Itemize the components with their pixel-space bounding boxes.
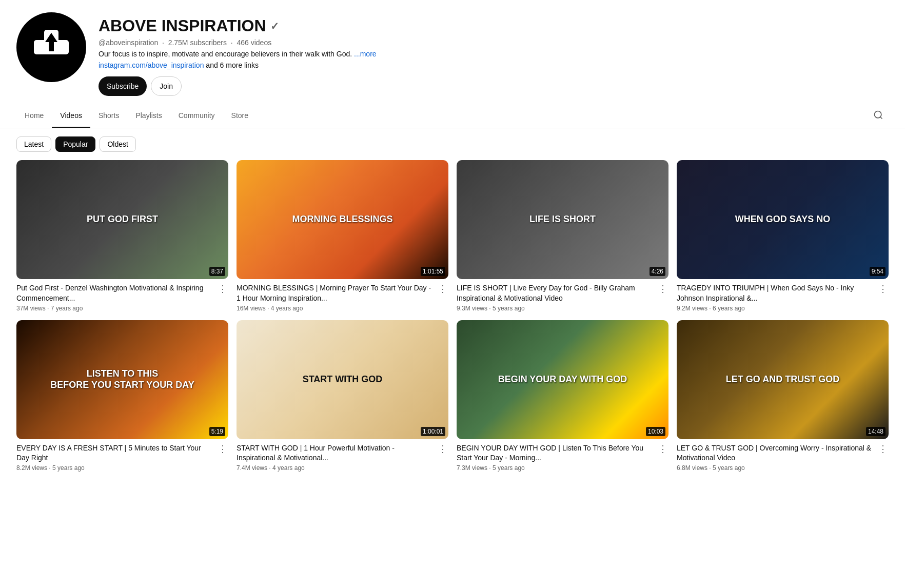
svg-point-6 [875,111,881,117]
svg-line-7 [880,116,882,119]
description-more-link[interactable]: ...more [354,50,377,58]
video-title-5: EVERY DAY IS A FRESH START | 5 Minutes t… [16,443,213,463]
filter-bar: Latest Popular Oldest [0,128,905,160]
video-stats-6: 7.4M views · 4 years ago [237,464,433,472]
video-title-2: MORNING BLESSINGS | Morning Prayer To St… [237,283,433,303]
video-title-4: TRAGEDY INTO TRIUMPH | When God Says No … [677,283,873,303]
nav-videos[interactable]: Videos [52,104,90,128]
video-menu-button-3[interactable]: ⋮ [657,284,668,311]
video-stats-7: 7.3M views · 5 years ago [457,464,653,472]
filter-popular[interactable]: Popular [55,136,95,152]
video-title-8: LET GO & TRUST GOD | Overcoming Worry - … [677,443,873,463]
filter-oldest[interactable]: Oldest [100,136,135,152]
video-info-2: MORNING BLESSINGS | Morning Prayer To St… [237,279,448,311]
video-duration-3: 4:26 [650,267,665,276]
video-card-7[interactable]: BEGIN YOUR DAY WITH GOD 10:03 BEGIN YOUR… [457,320,668,472]
verified-icon: ✓ [270,20,279,32]
join-button[interactable]: Join [151,76,182,96]
nav-store[interactable]: Store [223,104,257,128]
videos-grid: PUT GOD FIRST 8:37 Put God First - Denze… [0,160,905,484]
video-menu-button-5[interactable]: ⋮ [217,444,228,472]
video-stats-5: 8.2M views · 5 years ago [16,464,213,472]
channel-meta: @aboveinspiration · 2.75M subscribers · … [99,38,377,47]
video-stats-8: 6.8M views · 5 years ago [677,464,873,472]
video-card-8[interactable]: LET GO AND TRUST GOD 14:48 LET GO & TRUS… [677,320,889,472]
nav-playlists[interactable]: Playlists [127,104,170,128]
video-stats-4: 9.2M views · 6 years ago [677,305,873,312]
video-thumbnail-2: MORNING BLESSINGS 1:01:55 [237,160,448,279]
video-thumbnail-3: LIFE IS SHORT 4:26 [457,160,668,279]
video-duration-5: 5:19 [209,427,225,436]
video-menu-button-1[interactable]: ⋮ [217,284,228,311]
video-thumbnail-8: LET GO AND TRUST GOD 14:48 [677,320,889,439]
video-stats-2: 16M views · 4 years ago [237,305,433,312]
subscribe-button[interactable]: Subscribe [99,76,147,96]
video-duration-6: 1:00:01 [421,427,445,436]
video-duration-7: 10:03 [646,427,665,436]
video-title-3: LIFE IS SHORT | Live Every Day for God -… [457,283,653,303]
svg-rect-5 [49,41,54,51]
video-stats-1: 37M views · 7 years ago [16,305,213,312]
video-menu-button-4[interactable]: ⋮ [877,284,889,311]
instagram-link[interactable]: instagram.com/above_inspiration [99,61,204,69]
video-thumbnail-6: START WITH GOD 1:00:01 [237,320,448,439]
channel-avatar [16,12,86,82]
channel-info: ABOVE INSPIRATION ✓ @aboveinspiration · … [99,12,377,96]
video-info-6: START WITH GOD | 1 Hour Powerful Motivat… [237,439,448,472]
video-card-6[interactable]: START WITH GOD 1:00:01 START WITH GOD | … [237,320,448,472]
video-info-1: Put God First - Denzel Washington Motiva… [16,279,228,311]
video-info-8: LET GO & TRUST GOD | Overcoming Worry - … [677,439,889,472]
channel-actions: Subscribe Join [99,76,377,96]
video-thumbnail-7: BEGIN YOUR DAY WITH GOD 10:03 [457,320,668,439]
video-card-5[interactable]: LISTEN TO THISBEFORE YOU START YOUR DAY … [16,320,228,472]
video-title-1: Put God First - Denzel Washington Motiva… [16,283,213,303]
video-duration-1: 8:37 [209,267,225,276]
video-title-7: BEGIN YOUR DAY WITH GOD | Listen To This… [457,443,653,463]
video-duration-8: 14:48 [866,427,886,436]
video-duration-4: 9:54 [870,267,886,276]
video-stats-3: 9.3M views · 5 years ago [457,305,653,312]
channel-nav: Home Videos Shorts Playlists Community S… [0,104,905,128]
nav-community[interactable]: Community [170,104,223,128]
nav-home[interactable]: Home [16,104,52,128]
video-thumbnail-1: PUT GOD FIRST 8:37 [16,160,228,279]
video-info-3: LIFE IS SHORT | Live Every Day for God -… [457,279,668,311]
video-info-7: BEGIN YOUR DAY WITH GOD | Listen To This… [457,439,668,472]
nav-shorts[interactable]: Shorts [90,104,127,128]
channel-links: instagram.com/above_inspiration and 6 mo… [99,61,377,69]
video-info-5: EVERY DAY IS A FRESH START | 5 Minutes t… [16,439,228,472]
video-title-6: START WITH GOD | 1 Hour Powerful Motivat… [237,443,433,463]
video-card-2[interactable]: MORNING BLESSINGS 1:01:55 MORNING BLESSI… [237,160,448,312]
video-menu-button-6[interactable]: ⋮ [437,444,448,472]
channel-description: Our focus is to inspire, motivate and en… [99,50,377,58]
video-menu-button-2[interactable]: ⋮ [437,284,448,311]
video-menu-button-7[interactable]: ⋮ [657,444,668,472]
channel-name: ABOVE INSPIRATION ✓ [99,16,377,35]
video-card-3[interactable]: LIFE IS SHORT 4:26 LIFE IS SHORT | Live … [457,160,668,312]
video-thumbnail-4: WHEN GOD SAYS NO 9:54 [677,160,889,279]
video-card-4[interactable]: WHEN GOD SAYS NO 9:54 TRAGEDY INTO TRIUM… [677,160,889,312]
filter-latest[interactable]: Latest [16,136,51,152]
video-info-4: TRAGEDY INTO TRIUMPH | When God Says No … [677,279,889,311]
search-icon[interactable] [868,105,889,128]
video-thumbnail-5: LISTEN TO THISBEFORE YOU START YOUR DAY … [16,320,228,439]
channel-header: ABOVE INSPIRATION ✓ @aboveinspiration · … [0,0,905,104]
video-duration-2: 1:01:55 [421,267,445,276]
video-card-1[interactable]: PUT GOD FIRST 8:37 Put God First - Denze… [16,160,228,312]
video-menu-button-8[interactable]: ⋮ [877,444,889,472]
